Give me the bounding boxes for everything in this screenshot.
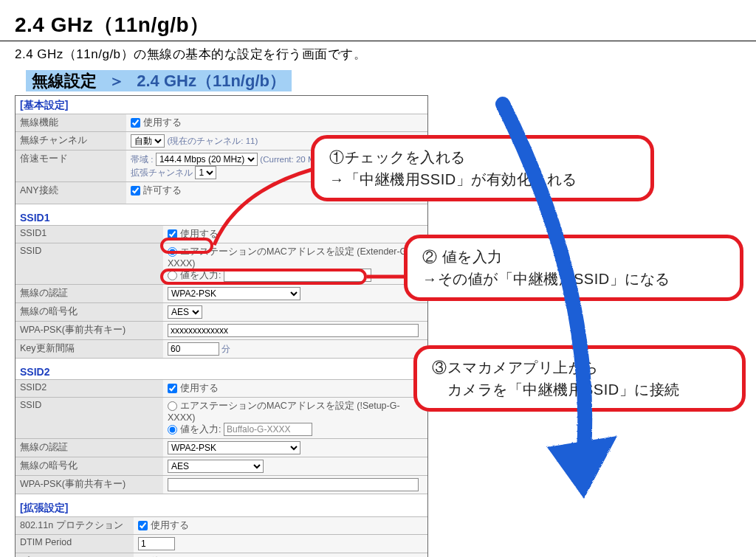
breadcrumb: 無線設定 ＞ 2.4 GHz（11n/g/b）	[26, 70, 756, 92]
ext-r1-checkbox[interactable]	[138, 521, 148, 530]
breadcrumb-left-text: 無線設定	[32, 72, 97, 90]
ssid1-auth-label: 無線の認証	[16, 285, 163, 303]
ssid2-enable-label: SSID2	[16, 380, 163, 398]
breadcrumb-right: 2.4 GHz（11n/g/b）	[137, 72, 286, 90]
ssid1-auth-value: WPA2-PSK	[163, 285, 427, 303]
ssid2-psk-value	[163, 476, 427, 494]
ssid2-enc-select[interactable]: AES	[168, 460, 264, 473]
ssid1-psk-label: WPA-PSK(事前共有キー)	[16, 322, 163, 340]
ext-r3-label: プライバシーモード	[16, 553, 134, 558]
table-row: SSID2 使用する	[16, 380, 427, 398]
ssid2-enc-label: 無線の暗号化	[16, 457, 163, 476]
ssid2-input-radio[interactable]	[168, 425, 177, 435]
ssid2-use-label[interactable]: 使用する	[168, 383, 219, 393]
any-allow-label[interactable]: 許可する	[131, 185, 182, 196]
ssid2-auth-select[interactable]: WPA2-PSK	[168, 441, 300, 454]
ext-r2-input[interactable]	[138, 537, 175, 550]
table-row: WPA-PSK(事前共有キー)	[16, 322, 427, 340]
ssid2-table: SSID2 使用する SSID エアステーションのMACアドレスを設定 (!Se…	[16, 379, 427, 494]
table-row: 無線の暗号化 AES	[16, 457, 427, 476]
table-row: 無線機能 使用する	[16, 114, 427, 132]
ssid1-key-unit: 分	[221, 345, 230, 353]
ssid1-enc-value: AES	[163, 303, 427, 322]
table-row: SSID1 使用する	[16, 226, 427, 243]
channel-label: 無線チャンネル	[16, 132, 126, 151]
ext-r1-value: 使用する	[134, 517, 427, 535]
arrow-head-icon	[546, 435, 616, 498]
arrow-shaft	[502, 103, 584, 450]
ext-r2-label: DTIM Period	[16, 535, 134, 553]
speed-ext-label: 拡張チャンネル	[131, 168, 193, 177]
ext-r3-value: 使用する	[134, 553, 427, 558]
ssid2-enable-value: 使用する	[163, 380, 427, 398]
ssid1-key-label: Key更新間隔	[16, 340, 163, 359]
ssid2-ssid-label: SSID	[16, 398, 163, 439]
any-checkbox[interactable]	[131, 186, 140, 196]
ssid2-psk-input[interactable]	[168, 478, 419, 491]
ssid2-checkbox[interactable]	[168, 384, 177, 393]
ext-table: 802.11n プロテクション 使用する DTIM Period プライバシーモ…	[16, 516, 427, 557]
ssid2-enc-value: AES	[163, 457, 427, 476]
speed-label: 倍速モード	[16, 151, 126, 182]
ssid2-mac-text: エアステーションのMACアドレスを設定 (!Setup-G-XXXX)	[168, 401, 400, 423]
highlight-ssid1-checkbox	[160, 238, 213, 254]
ssid2-input-field[interactable]	[224, 423, 312, 436]
ssid1-auth-select[interactable]: WPA2-PSK	[168, 287, 300, 300]
basic-header: [基本設定]	[16, 96, 427, 114]
ssid1-header: SSID1	[16, 204, 427, 225]
radio-checkbox[interactable]	[131, 118, 140, 128]
radio-value: 使用する	[126, 114, 427, 132]
highlight-ssid1-value-input	[160, 269, 367, 285]
any-label: ANY接続	[16, 182, 126, 204]
ssid1-table: SSID1 使用する SSID エアステーションのMACアドレスを設定 (Ext…	[16, 225, 427, 359]
table-row: SSID エアステーションのMACアドレスを設定 (!Setup-G-XXXX)…	[16, 398, 427, 439]
table-row: 802.11n プロテクション 使用する	[16, 517, 427, 535]
table-row: プライバシーモード 使用する	[16, 553, 427, 558]
table-row: 無線の認証 WPA2-PSK	[16, 439, 427, 457]
radio-label: 無線機能	[16, 114, 126, 132]
ssid1-enc-select[interactable]: AES	[168, 305, 202, 319]
table-row: Key更新間隔 分	[16, 340, 427, 359]
ssid1-enable-label: SSID1	[16, 226, 163, 243]
ssid2-input-text: 値を入力:	[180, 424, 221, 435]
table-row: DTIM Period	[16, 535, 427, 553]
ssid1-enc-label: 無線の暗号化	[16, 303, 163, 322]
table-row: 無線の暗号化 AES	[16, 303, 427, 322]
table-row: 無線の認証 WPA2-PSK	[16, 285, 427, 303]
ssid2-input-radio-label[interactable]: 値を入力:	[168, 424, 221, 435]
radio-use-label[interactable]: 使用する	[131, 117, 182, 128]
ssid2-auth-value: WPA2-PSK	[163, 439, 427, 457]
ext-header: [拡張設定]	[16, 494, 427, 516]
ext-r1-use-label[interactable]: 使用する	[138, 520, 189, 530]
page-title: 2.4 GHz（11n/g/b）	[0, 0, 756, 41]
speed-band-label: 帯域 :	[131, 155, 153, 164]
channel-note: (現在のチャンネル: 11)	[167, 136, 258, 145]
ssid2-ssid-value: エアステーションのMACアドレスを設定 (!Setup-G-XXXX) 値を入力…	[163, 398, 427, 439]
arrow-svg	[458, 96, 650, 516]
breadcrumb-sep: ＞	[101, 72, 132, 90]
table-row: WPA-PSK(事前共有キー)	[16, 476, 427, 494]
breadcrumb-left: 無線設定 ＞ 2.4 GHz（11n/g/b）	[26, 70, 292, 91]
ssid2-psk-label: WPA-PSK(事前共有キー)	[16, 476, 163, 494]
ssid1-psk-input[interactable]	[168, 324, 419, 337]
ext-r2-value	[134, 535, 427, 553]
ext-r1-label: 802.11n プロテクション	[16, 517, 134, 535]
speed-ext-select[interactable]: 1	[195, 166, 216, 179]
ssid2-auth-label: 無線の認証	[16, 439, 163, 457]
ssid2-mac-radio-label[interactable]: エアステーションのMACアドレスを設定 (!Setup-G-XXXX)	[168, 401, 400, 423]
ssid2-mac-radio[interactable]	[168, 401, 177, 411]
ssid2-use-text: 使用する	[180, 383, 219, 393]
page-description: 2.4 GHz（11n/g/b）の無線の基本的な設定を行う画面です。	[0, 41, 756, 70]
ssid1-psk-value	[163, 322, 427, 340]
radio-use-text: 使用する	[143, 117, 182, 128]
ssid2-header: SSID2	[16, 359, 427, 379]
ext-r1-use-text: 使用する	[151, 520, 189, 530]
any-allow-text: 許可する	[143, 185, 182, 196]
speed-band-select[interactable]: 144.4 Mbps (20 MHz)	[156, 153, 258, 166]
ssid1-ssid-label: SSID	[16, 243, 163, 285]
ssid1-key-value: 分	[163, 340, 427, 359]
channel-select[interactable]: 自動	[131, 134, 165, 148]
ssid1-key-input[interactable]	[168, 342, 219, 356]
